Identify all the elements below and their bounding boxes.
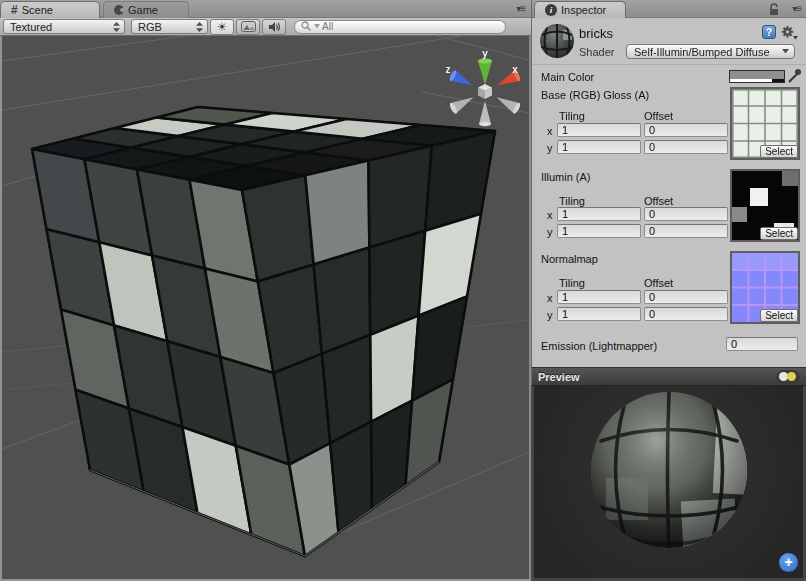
gizmo-axis-z[interactable] xyxy=(448,69,475,90)
offset-header: Offset xyxy=(644,195,673,207)
emission-label: Emission (Lightmapper) xyxy=(541,340,657,352)
tab-game[interactable]: Game xyxy=(103,1,189,18)
normalmap-select-button[interactable]: Select xyxy=(760,309,798,322)
x-row-label: x xyxy=(547,125,553,137)
gizmo-x-label[interactable]: x xyxy=(512,64,518,75)
scene-tabbar: # Scene Game ▾≡ xyxy=(0,0,531,18)
search-input[interactable] xyxy=(322,21,482,32)
inspector-body: bricks Shader Self-Illumin/Bumped Diffus… xyxy=(531,18,806,367)
y-row-label: y xyxy=(547,226,553,238)
main-color-swatch[interactable] xyxy=(729,70,785,83)
normalmap-offset-x-field[interactable] xyxy=(644,290,728,304)
y-row-label: y xyxy=(547,142,553,154)
gear-icon[interactable] xyxy=(781,25,798,40)
gizmo-axis-y[interactable] xyxy=(478,59,492,86)
offset-header: Offset xyxy=(644,110,673,122)
scene-search-field[interactable] xyxy=(294,20,506,34)
tab-scene-label: Scene xyxy=(22,4,53,16)
illumin-select-button[interactable]: Select xyxy=(760,227,798,240)
illumin-offset-y-field[interactable] xyxy=(644,224,728,238)
preview-sphere-icon[interactable] xyxy=(757,370,771,384)
inspector-tabbar: i Inspector ▾≡ xyxy=(531,0,806,18)
asset-labels-add-button[interactable]: + xyxy=(779,553,798,572)
inspector-panel-menu-icon[interactable]: ▾≡ xyxy=(792,3,801,14)
textured-cube[interactable] xyxy=(32,107,495,556)
illumin-tiling-y-field[interactable] xyxy=(557,224,641,238)
preview-viewport[interactable]: + xyxy=(531,386,806,581)
tiling-header: Tiling xyxy=(559,110,585,122)
speaker-icon xyxy=(268,21,281,33)
tab-inspector-label: Inspector xyxy=(561,4,606,16)
effects-toggle-button[interactable] xyxy=(236,19,260,35)
updown-arrows-icon xyxy=(196,22,203,32)
offset-header: Offset xyxy=(644,277,673,289)
emission-field[interactable] xyxy=(726,337,798,351)
lock-open-icon[interactable] xyxy=(768,3,780,16)
main-color-label: Main Color xyxy=(541,71,594,83)
chevron-down-icon xyxy=(782,49,789,54)
preview-header[interactable]: Preview xyxy=(531,367,806,386)
material-sphere-icon[interactable] xyxy=(538,22,576,60)
game-icon xyxy=(114,5,124,15)
x-row-label: x xyxy=(547,292,553,304)
eyedropper-icon[interactable] xyxy=(787,67,802,84)
base-texture-thumbnail[interactable]: Select xyxy=(730,87,800,160)
tiling-header: Tiling xyxy=(559,277,585,289)
base-section-label: Base (RGB) Gloss (A) xyxy=(541,89,649,101)
base-offset-x-field[interactable] xyxy=(644,123,728,137)
scene-viewport[interactable]: y x z xyxy=(0,36,531,581)
scene-toolbar: Textured RGB ☀ xyxy=(0,18,531,36)
tiling-header: Tiling xyxy=(559,195,585,207)
shader-label: Shader xyxy=(579,46,614,58)
illumin-tiling-x-field[interactable] xyxy=(557,207,641,221)
preview-sphere-render xyxy=(534,386,803,578)
preview-lighting-icon[interactable] xyxy=(776,370,800,384)
help-icon[interactable]: ? xyxy=(762,25,776,39)
y-row-label: y xyxy=(547,309,553,321)
channel-dropdown[interactable]: RGB xyxy=(131,19,208,34)
audio-toggle-button[interactable] xyxy=(262,19,286,35)
illumin-offset-x-field[interactable] xyxy=(644,207,728,221)
scene-grid-icon: # xyxy=(11,3,18,17)
unity-editor-window: # Scene Game ▾≡ Textured RGB ☀ xyxy=(0,0,806,581)
tab-inspector[interactable]: i Inspector xyxy=(534,1,626,18)
info-icon: i xyxy=(545,4,557,16)
search-icon xyxy=(301,21,312,32)
scene-panel-menu-icon[interactable]: ▾≡ xyxy=(516,3,525,14)
normalmap-offset-y-field[interactable] xyxy=(644,307,728,321)
lighting-toggle-button[interactable]: ☀ xyxy=(210,19,234,35)
normalmap-tiling-y-field[interactable] xyxy=(557,307,641,321)
gizmo-y-label[interactable]: y xyxy=(482,48,488,59)
base-tiling-x-field[interactable] xyxy=(557,123,641,137)
illumin-texture-thumbnail[interactable]: Select xyxy=(730,169,800,242)
shader-dropdown[interactable]: Self-Illumin/Bumped Diffuse xyxy=(626,44,795,59)
gizmo-center-cube[interactable] xyxy=(478,84,492,99)
base-tiling-y-field[interactable] xyxy=(557,140,641,154)
render-mode-dropdown[interactable]: Textured xyxy=(3,19,125,34)
scene-3d-view: y x z xyxy=(2,36,529,577)
material-name: bricks xyxy=(579,26,613,41)
gizmo-z-label[interactable]: z xyxy=(446,64,451,75)
gear-dropdown-arrow-icon xyxy=(793,36,798,40)
image-icon xyxy=(241,21,256,32)
orientation-gizmo[interactable]: y x z xyxy=(446,48,522,126)
search-filter-arrow-icon xyxy=(314,24,320,29)
illumin-section-label: Illumin (A) xyxy=(541,171,591,183)
tab-game-label: Game xyxy=(128,4,158,16)
base-select-button[interactable]: Select xyxy=(760,145,798,158)
base-offset-y-field[interactable] xyxy=(644,140,728,154)
preview-title: Preview xyxy=(538,371,752,383)
normalmap-tiling-x-field[interactable] xyxy=(557,290,641,304)
sun-icon: ☀ xyxy=(217,21,228,33)
normalmap-section-label: Normalmap xyxy=(541,253,598,265)
normalmap-texture-thumbnail[interactable]: Select xyxy=(730,251,800,324)
updown-arrows-icon xyxy=(113,22,120,32)
x-row-label: x xyxy=(547,209,553,221)
tab-scene[interactable]: # Scene xyxy=(0,1,100,18)
